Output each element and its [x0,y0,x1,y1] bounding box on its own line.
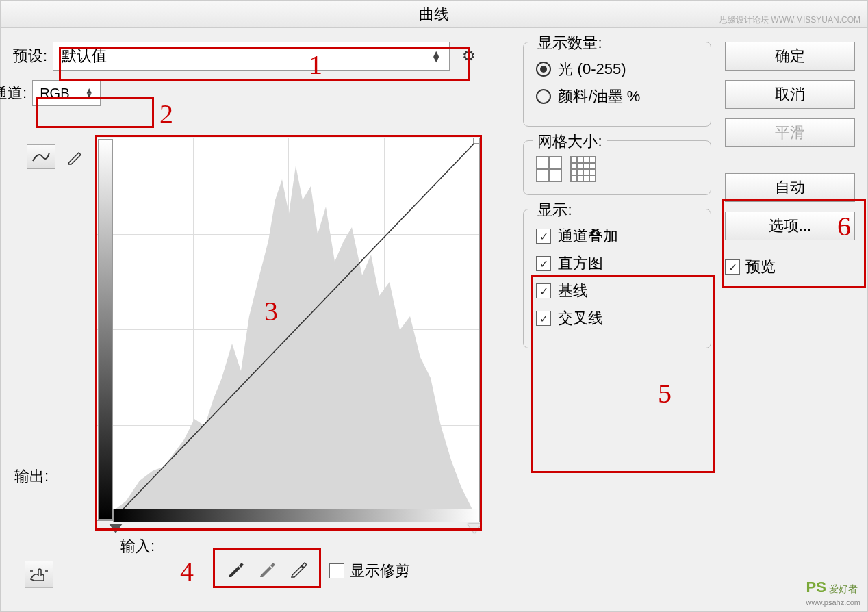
gray-eyedropper-icon[interactable] [253,554,281,582]
channel-label: 通道: [0,83,27,103]
dialog-titlebar: 曲线 思缘设计论坛 WWW.MISSYUAN.COM [1,1,867,28]
grid-size-fieldset: 网格大小: [523,140,711,195]
annotation-num-2: 2 [159,98,173,130]
output-label: 输出: [14,466,49,487]
auto-button[interactable]: 自动 [725,173,855,202]
grid-size-title: 网格大小: [533,131,606,152]
check-histogram[interactable]: ✓ 直方图 [536,253,698,274]
watermark-bottom: PS 爱好者 www.psahz.com [806,578,860,607]
black-eyedropper-icon[interactable] [222,554,249,582]
annotation-box-2 [36,97,154,128]
eyedropper-group [213,548,321,588]
curve-tool-button[interactable] [27,144,55,169]
preset-label: 预设: [13,46,47,66]
show-clipping-checkbox[interactable]: 显示修剪 [329,561,410,581]
radio-light[interactable]: 光 (0-255) [536,59,698,79]
check-channel-overlay[interactable]: ✓ 通道叠加 [536,226,698,246]
radio-icon [536,62,551,77]
annotation-num-3: 3 [264,295,278,327]
checkbox-icon: ✓ [536,256,551,271]
curve-icon [31,150,51,164]
pencil-tool-button[interactable] [61,144,90,169]
grid-16-icon[interactable] [570,156,596,182]
input-label: 输入: [120,536,155,557]
hand-scrub-icon [29,565,49,583]
output-gradient [98,139,113,520]
radio-pigment[interactable]: 颜料/油墨 % [536,86,698,107]
targeted-adjustment-button[interactable] [25,561,53,588]
watermark-top: 思缘设计论坛 WWW.MISSYUAN.COM [719,6,860,34]
display-amount-fieldset: 显示数量: 光 (0-255) 颜料/油墨 % [523,42,711,127]
cancel-button[interactable]: 取消 [725,80,855,109]
white-eyedropper-icon[interactable] [285,554,312,582]
annotation-box-1 [59,47,470,81]
annotation-num-6: 6 [837,210,851,242]
radio-icon [536,89,551,104]
smooth-button: 平滑 [725,118,855,147]
annotation-box-5 [531,275,715,473]
checkbox-icon [329,563,344,578]
ok-button[interactable]: 确定 [725,42,855,71]
pencil-icon [67,149,84,165]
annotation-num-4: 4 [180,555,194,587]
show-title: 显示: [533,200,576,220]
annotation-num-1: 1 [309,49,322,81]
dialog-title: 曲线 [419,5,449,23]
annotation-box-3 [95,135,482,531]
grid-4-icon[interactable] [536,156,562,182]
annotation-num-5: 5 [658,377,672,409]
display-amount-title: 显示数量: [533,33,606,53]
input-gradient [113,509,480,522]
checkbox-icon: ✓ [536,229,551,244]
